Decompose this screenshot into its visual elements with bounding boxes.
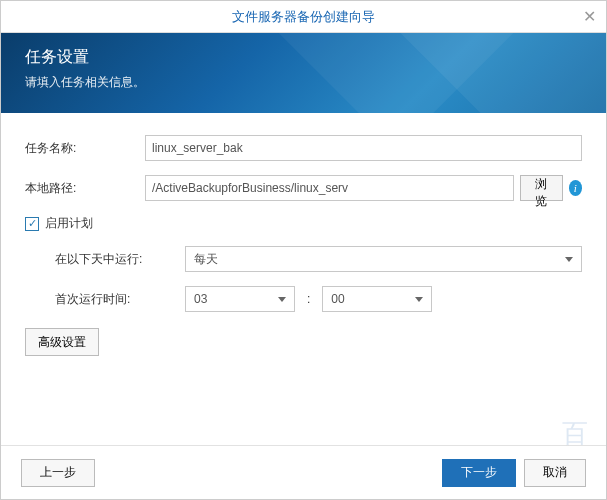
row-enable-schedule[interactable]: ✓ 启用计划 xyxy=(25,215,582,232)
task-name-input[interactable] xyxy=(145,135,582,161)
row-task-name: 任务名称: xyxy=(25,135,582,161)
run-days-value: 每天 xyxy=(194,251,218,268)
close-icon[interactable]: ✕ xyxy=(583,7,596,26)
minute-select[interactable]: 00 xyxy=(322,286,432,312)
local-path-input[interactable] xyxy=(145,175,514,201)
browse-button[interactable]: 浏览 xyxy=(520,175,562,201)
dialog-title: 文件服务器备份创建向导 xyxy=(232,8,375,26)
row-first-run: 首次运行时间: 03 : 00 xyxy=(25,286,582,312)
local-path-label: 本地路径: xyxy=(25,180,145,197)
enable-schedule-label: 启用计划 xyxy=(45,215,93,232)
wizard-dialog: 文件服务器备份创建向导 ✕ 任务设置 请填入任务相关信息。 任务名称: 本地路径… xyxy=(0,0,607,500)
row-local-path: 本地路径: 浏览 i xyxy=(25,175,582,201)
banner-heading: 任务设置 xyxy=(25,47,582,68)
chevron-down-icon xyxy=(415,297,423,302)
chevron-down-icon xyxy=(278,297,286,302)
banner: 任务设置 请填入任务相关信息。 xyxy=(1,33,606,113)
row-run-days: 在以下天中运行: 每天 xyxy=(25,246,582,272)
run-days-label: 在以下天中运行: xyxy=(55,251,185,268)
info-icon[interactable]: i xyxy=(569,180,582,196)
hour-select[interactable]: 03 xyxy=(185,286,295,312)
cancel-button[interactable]: 取消 xyxy=(524,459,586,487)
task-name-label: 任务名称: xyxy=(25,140,145,157)
advanced-settings-button[interactable]: 高级设置 xyxy=(25,328,99,356)
title-bar: 文件服务器备份创建向导 ✕ xyxy=(1,1,606,33)
form-area: 任务名称: 本地路径: 浏览 i ✓ 启用计划 在以下天中运行: 每天 xyxy=(1,113,606,445)
next-button[interactable]: 下一步 xyxy=(442,459,516,487)
first-run-label: 首次运行时间: xyxy=(55,291,185,308)
time-colon: : xyxy=(307,292,310,306)
run-days-select[interactable]: 每天 xyxy=(185,246,582,272)
hour-value: 03 xyxy=(194,292,207,306)
minute-value: 00 xyxy=(331,292,344,306)
chevron-down-icon xyxy=(565,257,573,262)
back-button[interactable]: 上一步 xyxy=(21,459,95,487)
footer: 上一步 下一步 取消 xyxy=(1,445,606,499)
banner-subtitle: 请填入任务相关信息。 xyxy=(25,74,582,91)
checkbox-icon[interactable]: ✓ xyxy=(25,217,39,231)
